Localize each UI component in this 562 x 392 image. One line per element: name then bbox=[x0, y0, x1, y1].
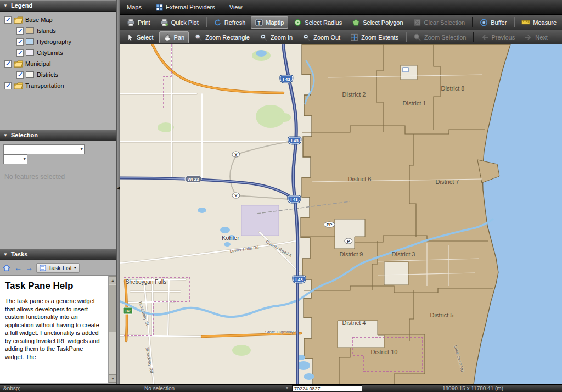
legend-group-base-map[interactable]: Base Map bbox=[0, 14, 116, 25]
checkbox-transportation[interactable] bbox=[4, 82, 12, 89]
statusbar-left-text: &nbsp; bbox=[3, 385, 20, 391]
collapse-triangle-icon: ▼ bbox=[3, 130, 8, 141]
status-bar: &nbsp; No selection ▾ 70224.0827 18090.1… bbox=[0, 384, 562, 392]
layer-label: Districts bbox=[37, 71, 58, 78]
task-pane-title: Task Pane Help bbox=[5, 281, 102, 292]
task-pane: Task Pane Help The task pane is a generi… bbox=[0, 276, 116, 383]
home-icon[interactable] bbox=[2, 264, 11, 272]
scrollbar-thumb[interactable] bbox=[109, 285, 116, 332]
sidebar: ▼ Legend Base Map Islands Hydrography bbox=[0, 0, 116, 384]
layer-label: CityLimits bbox=[37, 49, 63, 56]
no-features-text: No features selected bbox=[4, 173, 113, 181]
toolbar-nav: Select Pan Zoom Rectangle Zoom In Zoom O… bbox=[120, 30, 562, 44]
layer-label: Hydrography bbox=[37, 38, 71, 45]
main-area: Maps External Providers View Print Quick… bbox=[120, 0, 562, 384]
folder-icon bbox=[14, 16, 23, 24]
toolbar-separator bbox=[206, 17, 206, 27]
legend-title: Legend bbox=[11, 2, 32, 9]
legend-layer-hydrography[interactable]: Hydrography bbox=[0, 36, 116, 47]
zoom-selection-button[interactable]: Zoom Selection bbox=[409, 31, 470, 43]
selection-panel: No features selected bbox=[0, 141, 116, 249]
forward-arrow-icon[interactable]: → bbox=[25, 264, 33, 272]
chevron-down-icon[interactable]: ▾ bbox=[286, 385, 288, 390]
toolbar-separator bbox=[472, 17, 473, 27]
islands-swatch bbox=[26, 27, 34, 34]
app-window: ▼ Legend Base Map Islands Hydrography bbox=[0, 0, 562, 392]
select-radius-button[interactable]: Select Radius bbox=[289, 16, 346, 29]
layer-label: Islands bbox=[37, 27, 56, 34]
layer-label: Municipal bbox=[25, 60, 50, 67]
scroll-up-icon[interactable]: ▲ bbox=[109, 276, 116, 284]
task-list-button[interactable]: Task List ▾ bbox=[36, 263, 80, 273]
previous-view-button[interactable]: Previous bbox=[476, 32, 519, 43]
select-polygon-button[interactable]: Select Polygon bbox=[347, 16, 407, 29]
task-list-icon bbox=[40, 265, 46, 271]
statusbar-selection-text: No selection bbox=[144, 385, 175, 391]
quick-plot-button[interactable]: Quick Plot bbox=[156, 16, 203, 29]
maptip-button[interactable]: T Maptip bbox=[251, 16, 288, 29]
selection-title: Selection bbox=[11, 132, 38, 138]
chevron-down-icon: ▾ bbox=[74, 265, 76, 270]
toolbar-separator bbox=[406, 32, 406, 42]
legend-layer-citylimits[interactable]: CityLimits bbox=[0, 47, 116, 58]
legend-tree: Base Map Islands Hydrography CityLimits bbox=[0, 12, 116, 130]
districts-swatch bbox=[26, 71, 34, 78]
clear-selection-button[interactable]: Clear Selection bbox=[409, 16, 470, 29]
zoom-out-button[interactable]: Zoom Out bbox=[298, 31, 345, 43]
legend-layer-islands[interactable]: Islands bbox=[0, 25, 116, 36]
next-view-button[interactable]: Next bbox=[520, 32, 552, 43]
providers-grid-icon bbox=[156, 4, 163, 11]
checkbox-municipal[interactable] bbox=[4, 60, 12, 68]
map-canvas bbox=[120, 44, 562, 384]
layer-label: Transportation bbox=[25, 82, 64, 89]
menu-view[interactable]: View bbox=[222, 0, 250, 14]
folder-icon bbox=[14, 82, 23, 89]
scroll-down-icon[interactable]: ▼ bbox=[109, 374, 116, 383]
pan-tool-button[interactable]: Pan bbox=[159, 31, 189, 43]
tasks-title: Tasks bbox=[11, 251, 27, 257]
legend-layer-districts[interactable]: Districts bbox=[0, 69, 116, 80]
scale-display: 18090.15 x 11780.41 (m) bbox=[442, 385, 503, 391]
citylimits-swatch bbox=[26, 49, 34, 56]
checkbox-base-map[interactable] bbox=[4, 16, 12, 24]
coordinate-display[interactable]: 70224.0827 bbox=[292, 385, 362, 391]
hydrography-swatch bbox=[26, 38, 34, 45]
tasks-toolbar: ← → Task List ▾ bbox=[0, 260, 116, 276]
collapse-triangle-icon: ▼ bbox=[3, 0, 8, 12]
collapse-triangle-icon: ▼ bbox=[3, 249, 8, 260]
menu-bar: Maps External Providers View bbox=[120, 0, 562, 15]
folder-icon bbox=[14, 60, 23, 68]
menu-external-providers[interactable]: External Providers bbox=[149, 0, 222, 14]
refresh-button[interactable]: Refresh bbox=[209, 16, 250, 29]
tasks-panel-header[interactable]: ▼ Tasks bbox=[0, 249, 116, 260]
layer-label: Base Map bbox=[25, 16, 53, 23]
toolbar-separator bbox=[514, 17, 514, 27]
legend-group-transportation[interactable]: Transportation bbox=[0, 80, 116, 91]
zoom-rectangle-button[interactable]: Zoom Rectangle bbox=[190, 31, 254, 43]
svg-text:T: T bbox=[258, 20, 261, 25]
checkbox-hydrography[interactable] bbox=[16, 38, 24, 46]
checkbox-citylimits[interactable] bbox=[16, 49, 24, 57]
select-tool-button[interactable]: Select bbox=[122, 31, 158, 43]
districts-overlay[interactable] bbox=[301, 44, 510, 384]
checkbox-districts[interactable] bbox=[16, 71, 24, 79]
buffer-button[interactable]: Buffer bbox=[475, 16, 511, 29]
print-button[interactable]: Print bbox=[122, 16, 155, 29]
legend-panel-header[interactable]: ▼ Legend bbox=[0, 0, 116, 12]
selection-count-dropdown[interactable] bbox=[3, 154, 27, 164]
checkbox-islands[interactable] bbox=[16, 27, 24, 35]
task-list-label: Task List bbox=[48, 265, 72, 271]
measure-button[interactable]: Measure bbox=[517, 16, 561, 28]
menu-maps[interactable]: Maps bbox=[120, 0, 149, 14]
toolbar-separator bbox=[473, 32, 474, 42]
task-pane-body: The task pane is a generic widget that a… bbox=[5, 297, 102, 361]
selection-panel-header[interactable]: ▼ Selection bbox=[0, 130, 116, 141]
legend-group-municipal[interactable]: Municipal bbox=[0, 58, 116, 69]
map-viewport[interactable]: District 1 District 2 District 3 Distric… bbox=[120, 44, 562, 384]
zoom-extents-button[interactable]: Zoom Extents bbox=[346, 31, 403, 43]
selection-layer-dropdown[interactable] bbox=[3, 144, 85, 154]
toolbar-main: Print Quick Plot Refresh T Maptip Select… bbox=[120, 15, 562, 30]
zoom-in-button[interactable]: Zoom In bbox=[255, 31, 297, 43]
back-arrow-icon[interactable]: ← bbox=[14, 264, 22, 272]
task-pane-scrollbar[interactable]: ▲ ▼ bbox=[108, 276, 116, 383]
